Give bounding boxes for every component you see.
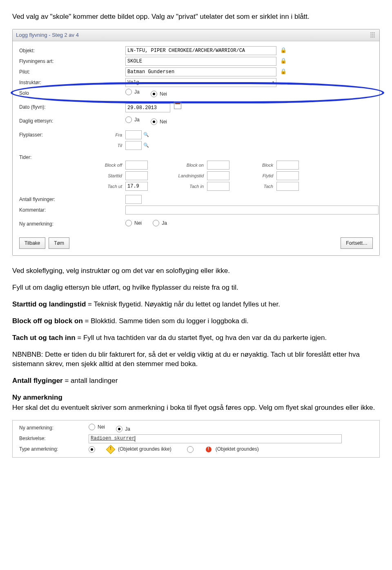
label-tach: Tach <box>232 183 276 190</box>
tilbake-button[interactable]: Tilbake <box>19 237 45 249</box>
blockon-input[interactable] <box>207 161 229 170</box>
nyanm2-ja-radio[interactable]: Ja <box>116 426 130 432</box>
label-pilot: Pilot: <box>19 69 89 75</box>
label-solo: Solo <box>19 90 89 96</box>
nyanm2-nei-radio[interactable]: Nei <box>89 424 105 430</box>
label-instruktor: Instruktør: <box>19 79 89 86</box>
label-nyanm2: Ny anmerkning: <box>19 425 89 431</box>
window-grip-icon <box>370 32 376 38</box>
tom-button[interactable]: Tøm <box>49 237 69 249</box>
body-p5: Tach ut og tach inn = Fyll ut hva tachti… <box>12 333 380 343</box>
type-notground-radio[interactable] <box>89 446 95 453</box>
starttid-input[interactable] <box>125 171 148 180</box>
radio-label: Nei <box>160 91 167 97</box>
radio-label: Ja <box>134 89 140 95</box>
body-p1: Ved skoleflyging, velg instruktør og om … <box>12 266 380 276</box>
lock-icon: 🔒 <box>280 68 287 75</box>
radio-label: Ja <box>162 220 167 226</box>
label-tachin: Tach in <box>150 183 207 190</box>
label-dato: Dato (flyvn): <box>19 104 89 110</box>
label-kommentar: Kommentar: <box>19 207 89 213</box>
landingstid-input[interactable] <box>207 171 229 180</box>
tachut-input[interactable] <box>125 182 148 191</box>
type-ground-label: (Objektet groundes) <box>216 446 259 452</box>
label-flytid: Flytid <box>232 173 276 179</box>
label-tachut: Tach ut <box>89 183 125 190</box>
type-ground-radio[interactable] <box>187 446 194 453</box>
radio-label: Nei <box>98 424 105 430</box>
daglig-nei-radio[interactable]: Nei <box>151 118 167 125</box>
label-blockoff: Block off <box>89 162 125 168</box>
block-input[interactable] <box>276 161 299 170</box>
pilot-input[interactable] <box>125 67 276 76</box>
body-p4: Block off og block on = Blokktid. Samme … <box>12 317 380 326</box>
instruktor-value: Velg... <box>127 79 148 86</box>
search-icon[interactable]: 🔍 <box>143 132 149 137</box>
label-beskrivelse: Beskrivelse: <box>19 435 89 442</box>
body-p2: Fyll ut om daglig ettersyn ble utført, o… <box>12 283 380 293</box>
label-nyanm: Ny anmerkning: <box>19 221 89 227</box>
body-p8: Her skal det du eventuelt skriver som an… <box>12 403 380 413</box>
art-input[interactable] <box>125 57 276 66</box>
fortsett-button[interactable]: Fortsett… <box>341 237 373 249</box>
label-flyplasser: Flyplasser: <box>19 132 89 138</box>
til-input[interactable] <box>125 141 142 150</box>
label-landingstid: Landningstid <box>150 173 207 179</box>
type-notground-label: (Objektet groundes ikke) <box>118 446 172 452</box>
nyanm-nei-radio[interactable]: Nei <box>125 220 142 226</box>
screenshot-log-flight: Logg flyvning - Steg 2 av 4 Objekt: 🔒 Fl… <box>12 29 380 256</box>
tachin-input[interactable] <box>207 182 229 191</box>
dato-input[interactable] <box>125 103 170 112</box>
window-title: Logg flyvning - Steg 2 av 4 <box>16 31 79 39</box>
beskrivelse-value[interactable]: Radioen skurrer <box>91 435 135 442</box>
text-caret <box>135 436 135 442</box>
body-p7: Antall flyginger = antall landinger <box>12 376 380 386</box>
kommentar-input[interactable] <box>125 206 379 215</box>
label-til: Til <box>89 143 125 149</box>
flytid-input[interactable] <box>276 171 299 180</box>
blockoff-input[interactable] <box>125 161 148 170</box>
label-objekt: Objekt: <box>19 47 89 54</box>
lock-icon: 🔒 <box>280 47 287 54</box>
antall-input[interactable] <box>125 195 142 204</box>
lock-icon: 🔒 <box>280 57 287 65</box>
chevron-down-icon: ▾ <box>272 80 274 85</box>
stop-icon <box>206 447 212 452</box>
solo-ja-radio[interactable]: Ja <box>125 89 140 95</box>
body-p3: Starttid og landingstid = Teknisk flyget… <box>12 300 380 309</box>
screenshot-remark: Ny anmerkning: Nei Ja Beskrivelse: Radio… <box>12 420 380 458</box>
nyanm-ja-radio[interactable]: Ja <box>153 220 167 226</box>
radio-label: Nei <box>160 118 167 125</box>
label-block: Block <box>232 162 276 168</box>
label-tider: Tider: <box>19 154 89 161</box>
heading-nyanm: Ny anmerkning <box>12 393 62 401</box>
daglig-ja-radio[interactable]: Ja <box>125 116 140 123</box>
calendar-icon[interactable] <box>174 102 181 109</box>
fra-input[interactable] <box>125 130 142 139</box>
label-starttid: Starttid <box>89 173 125 179</box>
label-type: Type anmerkning: <box>19 446 89 452</box>
instruktor-select[interactable]: Velg... ▾ <box>125 78 276 87</box>
radio-label: Ja <box>134 116 140 123</box>
label-blockon: Block on <box>150 162 207 168</box>
tach-input[interactable] <box>276 182 299 191</box>
radio-label: Nei <box>134 220 142 226</box>
warning-icon <box>106 445 116 454</box>
radio-label: Ja <box>125 426 130 432</box>
intro-text: Ved valg av "skole" kommer dette bildet … <box>12 12 380 22</box>
solo-nei-radio[interactable]: Nei <box>151 91 167 97</box>
label-antall: Antall flyvninger: <box>19 196 89 203</box>
objekt-input[interactable] <box>125 46 276 55</box>
label-fra: Fra <box>89 132 125 138</box>
label-daglig: Daglig ettersyn: <box>19 118 89 124</box>
search-icon[interactable]: 🔍 <box>143 143 149 148</box>
label-art: Flyvningens art: <box>19 58 89 65</box>
body-p6: NBNBNB: Dette er tiden du blir fakturert… <box>12 350 380 369</box>
